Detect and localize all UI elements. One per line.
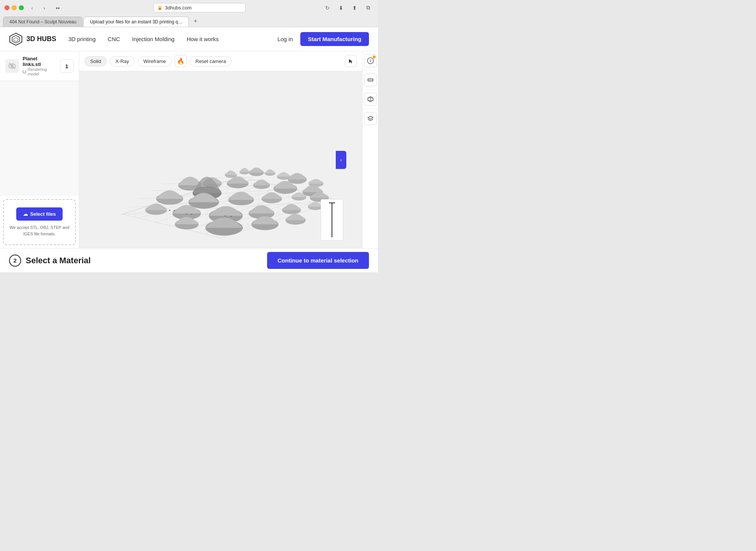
nav-cnc[interactable]: CNC xyxy=(108,36,120,42)
svg-marker-1 xyxy=(12,35,20,43)
info-warning-button[interactable]: i xyxy=(364,54,377,67)
nav-3d-printing[interactable]: 3D printing xyxy=(68,36,96,42)
svg-rect-52 xyxy=(169,210,171,211)
share-button[interactable]: ⬆ xyxy=(349,4,360,12)
browser-chrome: ‹ › ▪▪ 🔒 3dhubs.com ↻ ⬇ ⬆ ⧉ 404 Not Foun… xyxy=(0,0,378,27)
scene-svg xyxy=(79,71,362,248)
title-bar: ‹ › ▪▪ 🔒 3dhubs.com ↻ ⬇ ⬆ ⧉ xyxy=(0,0,378,15)
step-indicator: 2 Select a Material xyxy=(9,255,91,267)
app: 3D HUBS 3D printing CNC Injection Moldin… xyxy=(0,27,378,272)
cube-icon xyxy=(367,96,374,103)
file-name: Planet links.stl xyxy=(23,56,56,67)
emoji-button[interactable]: 🔥 xyxy=(175,55,187,67)
cube-view-button[interactable] xyxy=(364,93,377,106)
upload-hint: We accept STL, OBJ, STEP and IGES file f… xyxy=(8,224,71,237)
minimize-button[interactable] xyxy=(12,5,17,10)
logo-text: 3D HUBS xyxy=(26,35,56,43)
cursor-button[interactable] xyxy=(345,55,357,67)
nav-actions: Log in Start Manufacturing xyxy=(277,32,369,46)
svg-rect-56 xyxy=(225,215,226,216)
continue-button[interactable]: Continue to material selection xyxy=(267,252,369,269)
new-tab-button[interactable]: + xyxy=(190,15,201,27)
file-status: Rendering model xyxy=(23,67,56,76)
upload-area: ☁ Select files We accept STL, OBJ, STEP … xyxy=(3,199,76,245)
step-label: Select a Material xyxy=(26,256,91,266)
measure-button[interactable] xyxy=(364,74,377,86)
ruler-line xyxy=(332,203,332,237)
svg-rect-57 xyxy=(230,216,232,217)
svg-marker-2 xyxy=(14,38,18,41)
select-files-button[interactable]: ☁ Select files xyxy=(16,207,63,221)
navbar: 3D HUBS 3D printing CNC Injection Moldin… xyxy=(0,27,378,51)
back-button[interactable]: ‹ xyxy=(27,4,37,12)
maximize-button[interactable] xyxy=(19,5,24,10)
reset-camera-button[interactable]: Reset camera xyxy=(190,56,232,66)
info-icon: i xyxy=(367,57,374,64)
svg-marker-0 xyxy=(10,33,22,45)
layers-icon xyxy=(367,115,374,122)
3d-scene[interactable]: ‹ xyxy=(79,71,362,248)
svg-marker-6 xyxy=(349,59,353,63)
url-text: 3dhubs.com xyxy=(165,5,192,11)
tab-sculpt[interactable]: 404 Not Found – Sculpt Nouveau xyxy=(3,17,83,27)
login-button[interactable]: Log in xyxy=(277,36,293,42)
svg-rect-53 xyxy=(174,210,175,211)
viewer-toolbar: Solid X-Ray Wireframe 🔥 Reset camera xyxy=(79,51,362,71)
logo-icon xyxy=(9,32,23,46)
sidebar-toggle[interactable]: ▪▪ xyxy=(52,4,63,12)
left-preview xyxy=(0,81,79,196)
file-info: Planet links.stl Rendering model xyxy=(23,56,56,76)
cursor-icon xyxy=(348,58,353,64)
reload-button[interactable]: ↻ xyxy=(322,4,333,12)
nav-links: 3D printing CNC Injection Molding How it… xyxy=(68,36,265,42)
tabs-bar: 404 Not Found – Sculpt Nouveau Upload yo… xyxy=(0,15,378,27)
collapse-panel-button[interactable]: ‹ xyxy=(336,151,346,169)
nav-how-it-works[interactable]: How it works xyxy=(187,36,219,42)
svg-text:i: i xyxy=(370,58,371,63)
file-header: Planet links.stl Rendering model 1 xyxy=(0,51,79,81)
view-wireframe-button[interactable]: Wireframe xyxy=(138,56,172,66)
eye-icon xyxy=(8,62,16,70)
file-icon xyxy=(5,59,19,73)
layers-button[interactable] xyxy=(364,112,377,125)
address-bar[interactable]: 🔒 3dhubs.com xyxy=(153,3,246,12)
nav-buttons: ‹ › xyxy=(27,4,49,12)
start-manufacturing-button[interactable]: Start Manufacturing xyxy=(300,32,369,46)
lock-icon: 🔒 xyxy=(157,5,163,10)
view-solid-button[interactable]: Solid xyxy=(85,56,107,66)
warning-dot xyxy=(373,55,376,58)
measure-icon xyxy=(367,77,374,83)
left-panel: Planet links.stl Rendering model 1 ☁ Sel… xyxy=(0,51,79,248)
upload-icon: ☁ xyxy=(23,211,28,217)
ruler-widget xyxy=(321,199,343,241)
svg-rect-54 xyxy=(186,213,187,215)
nav-injection-molding[interactable]: Injection Molding xyxy=(132,36,175,42)
main-content: Planet links.stl Rendering model 1 ☁ Sel… xyxy=(0,51,378,248)
traffic-lights xyxy=(5,5,24,10)
file-quantity[interactable]: 1 xyxy=(60,59,74,73)
view-xray-button[interactable]: X-Ray xyxy=(110,56,135,66)
forward-button[interactable]: › xyxy=(39,4,49,12)
bottom-bar: 2 Select a Material Continue to material… xyxy=(0,248,378,272)
svg-marker-68 xyxy=(368,116,373,119)
step-circle: 2 xyxy=(9,255,21,267)
svg-rect-55 xyxy=(191,214,192,215)
logo[interactable]: 3D HUBS xyxy=(9,32,56,46)
download-button[interactable]: ⬇ xyxy=(336,4,346,12)
close-button[interactable] xyxy=(5,5,9,10)
viewer-area: Solid X-Ray Wireframe 🔥 Reset camera xyxy=(79,51,362,248)
right-tools-panel: i xyxy=(362,51,378,248)
tab-3dhubs[interactable]: Upload your files for an instant 3D prin… xyxy=(83,17,189,27)
tabs-button[interactable]: ⧉ xyxy=(363,4,373,12)
